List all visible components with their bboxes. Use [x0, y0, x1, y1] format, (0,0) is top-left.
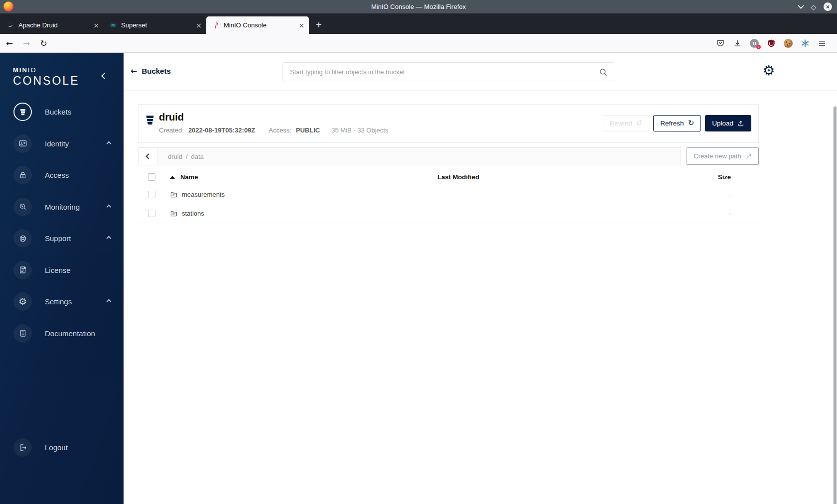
tab-close-icon[interactable]: ×: [298, 21, 304, 29]
page-viewport: MINIO CONSOLE Buckets Identity: [0, 53, 837, 504]
sidebar-item-label: Monitoring: [45, 203, 80, 211]
sidebar-collapse-icon[interactable]: [101, 73, 108, 79]
sidebar-item-access[interactable]: Access: [0, 159, 124, 191]
select-all-checkbox[interactable]: [148, 173, 155, 181]
sidebar-item-settings[interactable]: ⚙ Settings: [0, 286, 124, 318]
sidebar-item-license[interactable]: License: [0, 254, 124, 286]
folder-icon: [170, 191, 178, 199]
path-row: druid / data Create new path: [138, 147, 759, 165]
license-document-icon: [13, 261, 32, 279]
path-back-button[interactable]: [139, 148, 157, 165]
chevron-up-icon[interactable]: [107, 299, 112, 304]
logout-icon: [13, 438, 32, 457]
table-row[interactable]: stations -: [138, 204, 759, 223]
sidebar-item-label: Support: [45, 234, 71, 243]
monitoring-search-icon: [13, 198, 32, 216]
superset-favicon-icon: ∞: [109, 21, 117, 29]
extension-badge: ×: [756, 45, 761, 49]
sidebar-item-label: Access: [45, 171, 69, 179]
sidebar-item-label: Settings: [45, 297, 72, 306]
create-path-icon: [745, 153, 752, 159]
bucket-icon: [13, 103, 32, 121]
downloads-icon[interactable]: [732, 38, 742, 48]
extension-icon[interactable]: ×: [749, 38, 759, 48]
tab-close-icon[interactable]: ×: [196, 21, 202, 29]
breadcrumb-folder[interactable]: data: [191, 153, 204, 160]
browser-reload-icon[interactable]: ↻: [40, 39, 47, 48]
tab-apache-druid[interactable]: Apache Druid ×: [1, 16, 104, 34]
page-scrollbar[interactable]: [833, 106, 837, 504]
bucket-summary-card: druid Created: 2022-08-19T05:32:09Z Acce…: [138, 104, 759, 143]
ublock-icon[interactable]: [766, 38, 776, 48]
tab-label: MinIO Console: [224, 21, 294, 29]
breadcrumb-box: druid / data: [138, 147, 681, 165]
window-close-button[interactable]: ×: [824, 2, 832, 11]
objects-table: Name Last Modified Size measurements - s…: [138, 169, 759, 223]
created-value: 2022-08-19T05:32:09Z: [188, 126, 255, 134]
new-tab-button[interactable]: +: [316, 20, 322, 30]
tab-label: Superset: [121, 21, 192, 29]
console-settings-gear-icon[interactable]: ⚙: [763, 64, 775, 77]
table-row[interactable]: measurements -: [138, 185, 759, 204]
window-minimize-icon[interactable]: [798, 2, 804, 9]
scrollbar-thumb[interactable]: [834, 107, 837, 504]
rewind-icon: ↺: [636, 120, 643, 127]
window-title: MinIO Console — Mozilla Firefox: [0, 3, 837, 10]
breadcrumb-bucket[interactable]: druid: [168, 153, 182, 160]
bucket-name: druid: [159, 112, 184, 123]
object-name[interactable]: measurements: [182, 191, 225, 198]
window-maximize-icon[interactable]: ◇: [811, 3, 816, 10]
menu-hamburger-icon[interactable]: [817, 38, 827, 48]
sidebar: MINIO CONSOLE Buckets Identity: [0, 53, 124, 504]
created-label: Created:: [159, 126, 184, 134]
sidebar-item-documentation[interactable]: Documentation: [0, 318, 124, 350]
minio-favicon-icon: [212, 21, 220, 29]
navigation-toolbar: ← → ↻ 172.18.0.5:32595/buckets/druid/bro…: [0, 34, 837, 53]
sidebar-item-identity[interactable]: Identity: [0, 128, 124, 160]
chevron-left-icon: [145, 153, 151, 159]
refresh-button[interactable]: Refresh↻: [653, 115, 701, 131]
bucket-actions: Rewind↺ Refresh↻ Upload: [603, 115, 751, 131]
chevron-up-icon[interactable]: [107, 141, 112, 146]
tab-superset[interactable]: ∞ Superset ×: [104, 16, 206, 34]
firefox-logo-icon: [3, 1, 13, 11]
table-header-row: Name Last Modified Size: [138, 169, 759, 185]
sidebar-item-buckets[interactable]: Buckets: [0, 96, 124, 128]
browser-back-icon[interactable]: ←: [6, 39, 13, 48]
chevron-up-icon[interactable]: [107, 236, 112, 241]
upload-icon: [737, 120, 744, 127]
sidebar-item-logout: Logout: [0, 432, 124, 464]
tab-minio-console[interactable]: MinIO Console ×: [206, 16, 309, 34]
rewind-button[interactable]: Rewind↺: [603, 115, 650, 131]
bucket-meta: Created: 2022-08-19T05:32:09Z Access: PU…: [159, 126, 388, 134]
chevron-up-icon[interactable]: [107, 204, 112, 209]
sidebar-item-monitoring[interactable]: Monitoring: [0, 191, 124, 223]
column-header-size[interactable]: Size: [576, 173, 759, 181]
sidebar-item-label: Identity: [45, 139, 69, 148]
sidebar-item-label: Documentation: [45, 329, 95, 338]
sidebar-item-label: Buckets: [45, 108, 71, 116]
breadcrumb: druid / data: [157, 153, 204, 160]
search-input[interactable]: [283, 63, 614, 81]
row-checkbox[interactable]: [148, 210, 155, 217]
object-name[interactable]: stations: [182, 210, 204, 217]
row-checkbox[interactable]: [148, 191, 155, 198]
page-header: ← Buckets ⚙: [124, 53, 837, 91]
back-to-buckets-link[interactable]: ← Buckets: [131, 66, 171, 76]
cookie-extension-icon[interactable]: [783, 38, 793, 48]
pocket-icon[interactable]: [715, 38, 725, 48]
sidebar-item-support[interactable]: Support: [0, 223, 124, 254]
tab-close-icon[interactable]: ×: [93, 21, 99, 29]
identity-card-icon: [13, 134, 32, 153]
sidebar-item-label: License: [45, 266, 71, 274]
create-new-path-button[interactable]: Create new path: [687, 147, 759, 165]
container-asterisk-icon[interactable]: [800, 38, 810, 48]
browser-forward-icon[interactable]: →: [23, 39, 30, 48]
folder-icon: [170, 210, 178, 218]
object-size: -: [576, 210, 759, 217]
bucket-size-summary: 35 MiB - 33 Objects: [331, 126, 388, 134]
column-header-name[interactable]: Name: [166, 173, 340, 181]
back-link-label: Buckets: [141, 67, 170, 75]
upload-button[interactable]: Upload: [705, 115, 751, 131]
column-header-last-modified[interactable]: Last Modified: [340, 173, 576, 181]
